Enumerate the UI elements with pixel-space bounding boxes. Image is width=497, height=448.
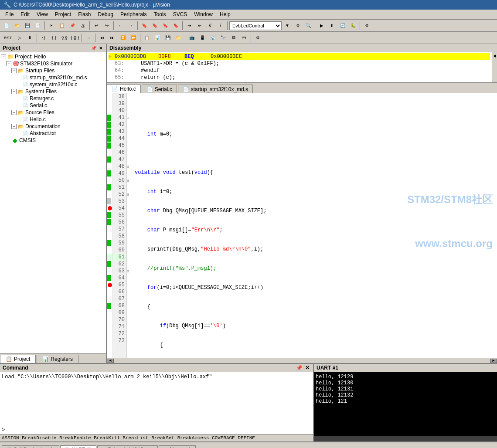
code-text[interactable]: STM32/STM8社区 www.stmcu.org int m=0; vola… [133,93,497,358]
footer-tab-memory[interactable]: 🗃 Memory 1 [159,445,196,448]
menu-project[interactable]: Project [51,10,75,18]
bookmark3-btn[interactable]: 🔖 [160,21,170,31]
search-btn[interactable]: 🔍 [303,21,313,31]
debug-btn[interactable]: 🐛 [348,21,358,31]
tb2-btn15[interactable]: 🔭 [218,33,228,43]
nav-back-btn[interactable]: ← [116,21,125,31]
footer-tab-callstack[interactable]: 📋 Call Stack + Locals [2,445,59,448]
tb2-btn16[interactable]: 🖥 [229,33,238,43]
tb2-btn8[interactable]: 📋 [142,33,152,43]
indent-btn[interactable]: ⇥ [184,21,194,31]
paste-btn[interactable]: 📌 [68,21,77,31]
h-scrollbar[interactable]: ◄ ► [107,358,497,363]
project-tree[interactable]: − 📁 Project: Hello − 🎯 STM32F103 Simulat… [0,52,106,353]
save-btn[interactable]: 💾 [23,21,32,31]
brace2-btn[interactable]: { } [49,33,59,43]
tree-expand-source[interactable]: − [11,110,17,115]
registers-tab[interactable]: 📊 Registers [37,355,78,363]
tree-expand-startup[interactable]: − [11,68,17,73]
tree-expand-target[interactable]: − [6,61,11,66]
tb2-btn9[interactable]: 📊 [153,33,162,43]
tb2-btn2[interactable]: ⏸ [25,33,35,43]
menu-view[interactable]: View [33,10,51,18]
menu-tools[interactable]: Tools [150,10,170,18]
uart-scroll[interactable] [314,436,497,441]
uncomment-btn[interactable]: / [216,21,225,31]
comment-btn[interactable]: // [205,21,215,31]
tree-expand-system[interactable]: − [11,89,17,94]
editor-content[interactable]: 38 39 40 41 42 43 44 45 46 47 48 49 50 5… [107,93,497,358]
nav-fwd-btn[interactable]: → [126,21,136,31]
rst-btn[interactable]: RST [2,33,14,43]
tree-target[interactable]: − 🎯 STM32F103 Simulator [1,60,105,67]
tab-startup-s[interactable]: 📄 startup_stm32f10x_md.s [178,85,253,93]
scroll-right-btn[interactable]: ► [490,359,497,363]
scroll-left-btn[interactable]: ◄ [107,359,114,363]
tree-hello-c[interactable]: 📄 Hello.c [1,116,105,123]
tree-cmsis[interactable]: ◆ CMSIS [1,137,105,144]
tb2-btn11[interactable]: 📁 [174,33,183,43]
stop-btn[interactable]: ⏸ [327,21,337,31]
scroll-track[interactable] [114,359,490,363]
settings-btn[interactable]: ⚙ [362,21,371,31]
menu-debug[interactable]: Debug [95,10,117,18]
target-btn1[interactable]: ▼ [283,21,292,31]
command-input[interactable] [5,427,311,433]
tree-expand-doc[interactable]: − [11,124,17,129]
bookmark4-btn[interactable]: 🔖 [171,21,180,31]
menu-window[interactable]: Window [191,10,216,18]
tree-startup-s[interactable]: 📄 startup_stm32f10x_md.s [1,74,105,81]
footer-tab-uart[interactable]: 📡 UART #1 [60,445,96,448]
menu-file[interactable]: File [2,10,17,18]
save-all-btn[interactable]: 📑 [33,21,43,31]
tab-hello-c[interactable]: 📄 Hello.c [107,85,141,93]
menu-svcs[interactable]: SVCS [170,10,191,18]
tb2-btn10[interactable]: 💾 [163,33,173,43]
uart-content[interactable]: hello, 12129 hello, 12130 hello, 12131 h… [314,372,497,436]
menu-edit[interactable]: Edit [17,10,33,18]
bookmark-btn[interactable]: 🔖 [140,21,149,31]
tree-source-folder[interactable]: − 📂 Source Files [1,109,105,116]
tb2-btn6[interactable]: ⏬ [118,33,128,43]
brace1-btn[interactable]: {} [39,33,48,43]
tb2-btn13[interactable]: 📱 [197,33,207,43]
target-combo[interactable]: EvbLedControlEvbLedControl [229,21,282,30]
tb2-btn3[interactable]: → [84,33,93,43]
tb2-btn5[interactable]: ⏭ [108,33,117,43]
tree-abstract[interactable]: 📄 Abstract.txt [1,130,105,137]
footer-tab-debug[interactable]: 🖥 Debug (printf) Viewer [97,445,158,448]
brace4-btn[interactable]: { {} } [70,33,80,43]
tb2-btn7[interactable]: ⏩ [129,33,138,43]
redo-btn[interactable]: ↪ [102,21,112,31]
new-btn[interactable]: 📄 [2,21,11,31]
run-btn[interactable]: ▶ [317,21,327,31]
undo-btn[interactable]: ↩ [92,21,101,31]
cmd-pin-btn[interactable]: 📌 [295,365,303,371]
tree-doc-folder[interactable]: − 📂 Documentation [1,123,105,130]
menu-peripherals[interactable]: Peripherals [117,10,150,18]
tb2-btn1[interactable]: ▷ [15,33,24,43]
menu-help[interactable]: Help [216,10,234,18]
tree-system-c[interactable]: 📄 system_stm32f10x.c [1,81,105,88]
menu-flash[interactable]: Flash [75,10,94,18]
tree-project-root[interactable]: − 📁 Project: Hello [1,53,105,60]
reset-btn[interactable]: 🔄 [338,21,347,31]
outdent-btn[interactable]: ⇤ [195,21,204,31]
tb2-btn12[interactable]: 📺 [187,33,197,43]
brace3-btn[interactable]: {{}} [60,33,69,43]
tree-expand-root[interactable]: − [1,54,6,59]
tb2-btn17[interactable]: 🗃 [239,33,249,43]
tree-retarget[interactable]: 📄 Retarget.c [1,95,105,102]
tb2-settings-btn[interactable]: ⚙ [253,33,262,43]
target-btn2[interactable]: ⚙ [293,21,303,31]
bookmark2-btn[interactable]: 🔖 [150,21,160,31]
tree-startup-folder[interactable]: − 📂 Startup Files [1,67,105,74]
tb2-btn4[interactable]: ⏮ [97,33,107,43]
tree-serial[interactable]: 📄 Serial.c [1,102,105,109]
project-pin-btn[interactable]: 📌 [90,46,97,51]
tree-system-folder[interactable]: − 📂 Systemt Files [1,88,105,95]
print-btn[interactable]: 🖨 [78,21,88,31]
scroll-indicator[interactable]: ◄ [492,52,497,82]
cmd-close-btn[interactable]: ✕ [304,365,310,371]
project-tab[interactable]: 📋 Project [0,355,36,363]
